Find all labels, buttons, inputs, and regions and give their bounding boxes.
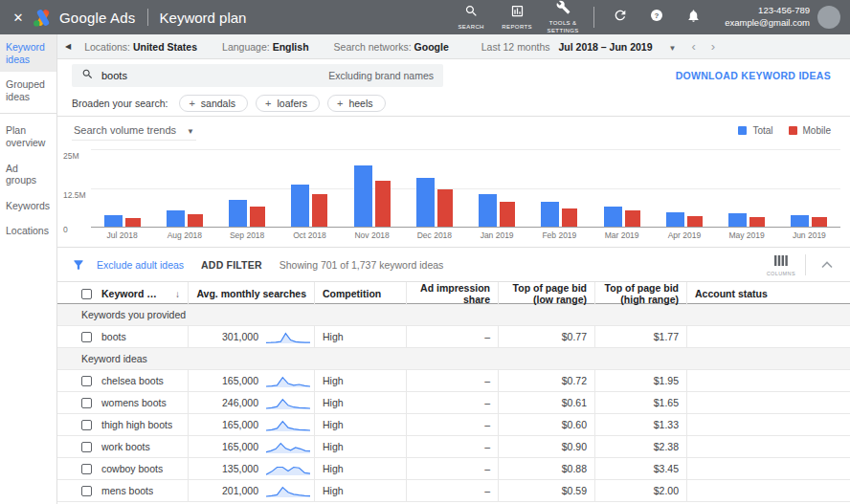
keyword-search-box[interactable]: Excluding brand names: [72, 64, 443, 87]
refresh-button[interactable]: [606, 8, 635, 27]
avatar[interactable]: [817, 6, 840, 29]
account-status-cell: [687, 436, 850, 457]
chip-heels[interactable]: + heels: [327, 95, 386, 112]
tools-settings-nav-button[interactable]: TOOLS & SETTINGS: [542, 0, 584, 34]
columns-button[interactable]: COLUMNS: [767, 252, 795, 276]
total-bar: [728, 213, 747, 227]
row-checkbox[interactable]: [81, 398, 92, 408]
table-section-row: Keywords you provided: [57, 304, 850, 326]
sparkline-chart: [266, 329, 310, 344]
download-keyword-ideas-button[interactable]: DOWNLOAD KEYWORD IDEAS: [676, 70, 831, 81]
date-range-selector[interactable]: Last 12 months Jul 2018 – Jun 2019 ▼: [481, 41, 677, 53]
keyword-header-cell[interactable]: Keyword (by relevance) ↓: [57, 282, 189, 305]
google-ads-logo-icon: [33, 9, 54, 27]
row-checkbox[interactable]: [81, 442, 92, 452]
row-checkbox[interactable]: [81, 464, 92, 474]
ad-impression-share-cell: –: [407, 458, 499, 479]
search-nav-button[interactable]: SEARCH: [450, 4, 492, 32]
bar-group-may-2019: [716, 149, 778, 227]
bar-group-aug-2018: [153, 149, 215, 227]
legend-mobile[interactable]: Mobile: [789, 125, 831, 136]
avg-searches-header-cell[interactable]: Avg. monthly searches: [189, 282, 315, 305]
avg-searches-value: 165,000: [222, 419, 258, 430]
bid-low-header-cell[interactable]: Top of page bid (low range): [499, 282, 595, 305]
reports-nav-button[interactable]: REPORTS: [496, 4, 538, 32]
columns-button-label: COLUMNS: [767, 271, 795, 276]
keyword-cell: thigh high boots: [57, 414, 189, 435]
collapse-table-button[interactable]: [816, 261, 839, 269]
prev-period-button[interactable]: ‹: [691, 39, 695, 54]
chevron-down-icon: ▼: [668, 44, 676, 53]
ytick-25m: 25M: [63, 151, 92, 161]
bar-group-oct-2018: [279, 149, 341, 227]
collapse-panel-icon[interactable]: ◀: [65, 42, 71, 51]
x-tick-label: Oct 2018: [279, 230, 341, 240]
keyword-text: thigh high boots: [101, 419, 172, 430]
table-row: mens boots201,000High–$0.59$2.00: [57, 480, 850, 502]
trends-type-dropdown[interactable]: Search volume trends ▼: [72, 121, 196, 141]
broaden-search-label: Broaden your search:: [72, 98, 168, 109]
search-networks-filter[interactable]: Search networks: Google: [334, 41, 449, 53]
account-status-cell: [687, 414, 850, 435]
bid-high-cell: $2.00: [595, 480, 687, 501]
competition-cell: High: [315, 480, 407, 501]
locations-filter-value: United States: [133, 41, 197, 53]
sidebar-item-keywords[interactable]: Keywords: [0, 193, 56, 219]
mobile-bar: [188, 214, 203, 227]
row-checkbox[interactable]: [81, 420, 92, 430]
bars-row: [91, 149, 840, 227]
sidebar-item-ad-groups[interactable]: Ad groups: [0, 156, 56, 193]
search-icon: [81, 67, 94, 84]
mobile-bar: [687, 216, 703, 227]
mobile-bar: [312, 194, 327, 227]
chip-loafers[interactable]: + loafers: [256, 95, 320, 112]
help-button[interactable]: ?: [642, 8, 671, 27]
account-status-cell: [687, 392, 850, 413]
locations-filter[interactable]: Locations: United States: [84, 41, 197, 53]
close-icon[interactable]: ✕: [8, 11, 29, 25]
refresh-icon: [613, 8, 628, 27]
table-filter-bar: Exclude adult ideas ADD FILTER Showing 7…: [57, 247, 850, 282]
add-filter-button[interactable]: ADD FILTER: [201, 259, 262, 271]
ad-impression-header-cell[interactable]: Ad impression share: [407, 282, 499, 305]
account-status-header-cell[interactable]: Account status: [687, 282, 850, 305]
bid-low-cell: $0.77: [499, 326, 595, 347]
bid-low-cell: $0.60: [499, 414, 595, 435]
bar-group-apr-2019: [653, 149, 715, 227]
avg-searches-cell: 165,000: [189, 370, 315, 391]
bid-low-cell: $0.72: [499, 370, 595, 391]
row-checkbox[interactable]: [81, 332, 92, 342]
appbar-actions: SEARCH REPORTS TOOLS & SETTINGS ?: [448, 0, 840, 34]
plan-settings-toolbar: ◀ Locations: United States Language: Eng…: [57, 34, 850, 59]
bid-high-header-cell[interactable]: Top of page bid (high range): [595, 282, 687, 305]
account-status-cell: [687, 370, 850, 391]
notifications-button[interactable]: [679, 9, 707, 27]
mobile-bar: [500, 202, 515, 227]
avg-searches-value: 135,000: [222, 463, 258, 474]
keyword-cell: work boots: [57, 436, 189, 457]
legend-total-label: Total: [752, 125, 772, 136]
sidebar-item-locations[interactable]: Locations: [0, 218, 56, 244]
language-filter[interactable]: Language: English: [222, 41, 308, 53]
bid-low-cell: $0.88: [499, 458, 595, 479]
avg-searches-value: 201,000: [222, 485, 258, 496]
avg-searches-cell: 301,000: [189, 326, 315, 347]
chip-sandals[interactable]: + sandals: [179, 95, 248, 112]
sidebar-item-grouped-ideas[interactable]: Grouped ideas: [0, 72, 56, 109]
competition-header-cell[interactable]: Competition: [315, 282, 407, 305]
account-id: 123-456-789: [725, 5, 810, 17]
sidebar-item-keyword-ideas[interactable]: Keyword ideas: [0, 34, 56, 72]
reports-nav-label: REPORTS: [502, 24, 532, 32]
total-swatch: [738, 126, 747, 135]
legend-total[interactable]: Total: [738, 125, 772, 136]
exclude-adult-ideas-filter[interactable]: Exclude adult ideas: [97, 259, 184, 271]
keyword-search-input[interactable]: [101, 70, 328, 81]
next-period-button[interactable]: ›: [711, 39, 715, 54]
select-all-checkbox[interactable]: [81, 289, 92, 299]
sidebar-item-plan-overview[interactable]: Plan overview: [0, 118, 56, 155]
keyword-header-label: Keyword (by relevance): [101, 288, 160, 299]
row-checkbox[interactable]: [81, 486, 92, 496]
mobile-bar: [749, 217, 765, 227]
ytick-0: 0: [63, 225, 92, 234]
row-checkbox[interactable]: [81, 376, 92, 386]
